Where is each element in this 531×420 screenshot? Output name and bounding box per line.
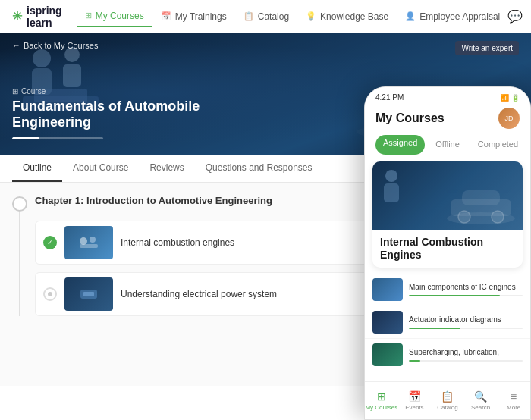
nav-my-trainings-label: My Trainings <box>175 11 227 22</box>
nav-catalog-label: Catalog <box>258 11 289 22</box>
back-link-label: Back to My Courses <box>24 41 98 50</box>
back-link[interactable]: ← Back to My Courses <box>12 41 98 50</box>
phone-tab-completed[interactable]: Completed <box>470 135 526 155</box>
phone-lesson-name: Actuator indicator diagrams <box>409 315 523 324</box>
phone-lesson-item[interactable]: Actuator indicator diagrams <box>365 306 530 339</box>
phone-nav-events-icon: 📅 <box>408 390 421 403</box>
phone-mockup: 4:21 PM 📶 🔋 My Courses JD Assigned Offli… <box>364 86 531 420</box>
signal-bars-icon: 📶 <box>501 94 509 102</box>
hero-progress-bar <box>12 137 103 139</box>
lesson-name: Understanding electrical power system <box>121 289 277 299</box>
lesson-thumbnail <box>64 226 113 259</box>
phone-lesson-item[interactable]: Main components of IC engines <box>365 274 530 306</box>
phone-bottom-nav: ⊞ My Courses 📅 Events 📋 Catalog 🔍 Search… <box>365 381 530 419</box>
phone-lesson-name: Main components of IC engines <box>409 282 523 292</box>
back-arrow-icon: ← <box>12 41 20 50</box>
chat-icon: 💬 <box>507 10 523 23</box>
chapter-connector-line <box>19 212 20 316</box>
phone-nav-catalog-icon: 📋 <box>441 390 454 403</box>
phone-header-title: My Courses <box>375 111 445 125</box>
phone-lesson-info: Main components of IC engines <box>409 282 523 296</box>
svg-point-21 <box>458 211 470 223</box>
nav-my-courses-label: My Courses <box>96 11 144 21</box>
nav-my-trainings[interactable]: 📅 My Trainings <box>153 7 234 27</box>
phone-lesson-progress-bar <box>409 360 523 362</box>
phone-time: 4:21 PM <box>375 93 404 102</box>
phone-scroll-content: Internal Combustion Engines Main compone… <box>365 161 530 395</box>
phone-lesson-thumbnail <box>372 311 403 334</box>
phone-card-body: Internal Combustion Engines <box>372 230 523 268</box>
svg-rect-17 <box>83 292 94 296</box>
nav-my-courses[interactable]: ⊞ My Courses <box>77 6 152 27</box>
phone-nav-search-label: Search <box>471 404 490 411</box>
tab-outline[interactable]: Outline <box>12 155 62 182</box>
chat-button[interactable]: 💬 <box>507 9 523 24</box>
hero-text: ⊞ Course Fundamentals of Automobile Engi… <box>12 87 270 139</box>
nav-right: 💬 🔔 2 JD <box>507 6 531 27</box>
phone-nav-my-courses[interactable]: ⊞ My Courses <box>365 390 398 411</box>
phone-lesson-progress-fill <box>409 328 460 329</box>
nav-employee-appraisal[interactable]: 👤 Employee Appraisal <box>397 7 507 27</box>
lesson-name: Internal combustion engines <box>121 237 234 248</box>
phone-nav-catalog[interactable]: 📋 Catalog <box>431 390 464 411</box>
phone-user-avatar[interactable]: JD <box>498 108 520 129</box>
app-name: ispring learn <box>27 5 62 29</box>
tab-qa[interactable]: Questions and Responses <box>195 155 323 182</box>
phone-nav-more-label: More <box>507 404 520 411</box>
phone-featured-card[interactable]: Internal Combustion Engines <box>372 161 523 268</box>
svg-rect-20 <box>462 190 500 205</box>
phone-tabs: Assigned Offline Completed <box>365 135 530 155</box>
appraisal-icon: 👤 <box>405 11 416 21</box>
phone-lesson-progress-fill <box>409 360 420 362</box>
phone-status-bar: 4:21 PM 📶 🔋 <box>365 87 530 105</box>
nav-catalog[interactable]: 📋 Catalog <box>236 7 297 27</box>
phone-lesson-item[interactable]: Supercharging, lubrication, <box>365 339 530 371</box>
phone-card-person-svg <box>376 165 422 207</box>
chapter-circle <box>12 196 27 212</box>
phone-lesson-info: Actuator indicator diagrams <box>409 315 523 329</box>
nav-knowledge-base[interactable]: 💡 Knowledge Base <box>298 7 396 27</box>
chapter-title: Chapter 1: Introduction to Automotive En… <box>35 195 272 206</box>
course-icon: ⊞ <box>12 87 18 96</box>
phone-nav-search-icon: 🔍 <box>474 390 487 403</box>
tab-about-course[interactable]: About Course <box>62 155 139 182</box>
phone-lesson-progress-fill <box>409 295 500 296</box>
svg-point-23 <box>385 170 397 182</box>
hero-progress-fill <box>12 137 39 139</box>
main-content: ← Back to My Courses Write an expert ⊞ C… <box>0 33 531 420</box>
lesson-thumb-graphic <box>77 287 100 302</box>
my-trainings-icon: 📅 <box>161 11 171 21</box>
phone-nav-events-label: Events <box>405 404 423 411</box>
phone-header: My Courses JD <box>365 105 530 135</box>
phone-tab-assigned[interactable]: Assigned <box>375 135 425 155</box>
hero-title: Fundamentals of Automobile Engineering <box>12 99 270 131</box>
tab-reviews[interactable]: Reviews <box>139 155 194 182</box>
phone-lesson-info: Supercharging, lubrication, <box>409 347 523 362</box>
write-expert-button[interactable]: Write an expert <box>455 41 519 55</box>
phone-lesson-progress-bar <box>409 295 523 296</box>
svg-rect-10 <box>63 64 81 87</box>
svg-point-14 <box>90 237 96 243</box>
phone-nav-catalog-label: Catalog <box>437 404 458 411</box>
phone-lesson-thumbnail <box>372 343 403 366</box>
lesson-status-dot <box>43 287 57 301</box>
course-label: ⊞ Course <box>12 87 270 96</box>
catalog-icon: 📋 <box>244 11 254 21</box>
phone-tab-offline[interactable]: Offline <box>428 135 467 155</box>
lesson-completed-check: ✓ <box>43 236 57 249</box>
lesson-thumb-graphic <box>77 235 100 250</box>
nav-items: ⊞ My Courses 📅 My Trainings 📋 Catalog 💡 … <box>77 6 508 27</box>
phone-card-title: Internal Combustion Engines <box>380 236 515 262</box>
phone-lesson-progress-bar <box>409 328 523 329</box>
my-courses-icon: ⊞ <box>85 11 92 20</box>
phone-nav-events[interactable]: 📅 Events <box>398 390 432 411</box>
phone-nav-more[interactable]: ≡ More <box>497 390 530 411</box>
svg-point-22 <box>492 211 504 223</box>
app-logo[interactable]: ✳ ispring learn <box>12 5 62 29</box>
phone-nav-search[interactable]: 🔍 Search <box>464 390 498 411</box>
phone-card-image <box>372 161 523 230</box>
phone-lesson-name: Supercharging, lubrication, <box>409 347 523 357</box>
phone-signal-icons: 📶 🔋 <box>501 94 520 102</box>
svg-rect-24 <box>384 183 399 202</box>
svg-point-7 <box>33 49 51 67</box>
